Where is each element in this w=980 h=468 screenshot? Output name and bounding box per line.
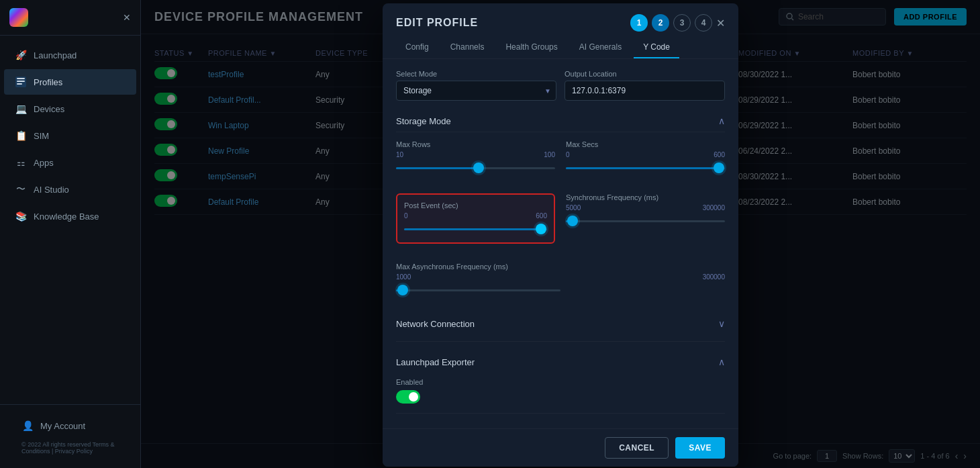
sidebar-item-label: Launchpad	[34, 50, 77, 60]
cancel-button[interactable]: CANCEL	[605, 437, 669, 459]
modal-body: Select Mode Storage ▼ Output Location	[383, 59, 738, 428]
tab-y-code[interactable]: Y Code	[634, 37, 679, 58]
modal-steps: 1 2 3 4 ✕	[630, 14, 725, 32]
sidebar-item-devices[interactable]: 💻 Devices	[4, 96, 136, 122]
svg-rect-3	[17, 83, 22, 85]
modal-title: EDIT PROFILE	[396, 17, 478, 29]
max-secs-label: Max Secs	[566, 140, 598, 148]
slider-row-1: Max Rows 10 100	[396, 140, 725, 184]
sidebar-item-launchpad[interactable]: 🚀 Launchpad	[4, 42, 136, 68]
sidebar-item-apps[interactable]: ⚏ Apps	[4, 150, 136, 175]
network-connection-chevron: ∨	[718, 318, 725, 329]
storage-mode-section[interactable]: Storage Mode ∧	[396, 110, 725, 132]
sidebar-item-sim[interactable]: 📋 SIM	[4, 123, 136, 148]
sidebar-footer: 👤 My Account © 2022 All rights reserved …	[0, 404, 140, 468]
storage-mode-title: Storage Mode	[396, 116, 451, 126]
external-exporter-section: External Exporter ∨	[396, 416, 725, 428]
launchpad-exporter-chevron: ∧	[718, 357, 725, 367]
tab-config[interactable]: Config	[396, 37, 438, 58]
launchpad-exporter-title: Launchpad Exporter	[396, 357, 475, 367]
sidebar-nav: 🚀 Launchpad Profiles 💻 Devices 📋 SIM ⚏ A…	[0, 36, 140, 404]
sidebar-item-ai-studio[interactable]: 〜 AI Studio	[4, 177, 136, 202]
devices-icon: 💻	[15, 103, 27, 115]
my-account-label: My Account	[40, 421, 85, 431]
output-location-group: Output Location	[565, 70, 725, 101]
modal-tabs: Config Channels Health Groups AI General…	[383, 37, 738, 59]
my-account-icon: 👤	[21, 420, 34, 432]
max-async-freq-track[interactable]	[396, 283, 560, 297]
post-event-thumb[interactable]	[536, 224, 546, 234]
max-secs-slider: Max Secs 0 600	[566, 140, 725, 175]
select-mode-select[interactable]: Storage	[396, 81, 556, 101]
step-1[interactable]: 1	[630, 14, 648, 32]
sidebar-item-label: SIM	[34, 131, 49, 141]
sidebar-item-label: Apps	[34, 158, 54, 168]
profiles-icon	[15, 76, 27, 88]
sync-freq-label: Synchronus Frequency (ms)	[566, 193, 658, 201]
launchpad-exporter-header[interactable]: Launchpad Exporter ∧	[396, 351, 725, 373]
step-2[interactable]: 2	[652, 14, 669, 32]
tab-ai-generals[interactable]: AI Generals	[570, 37, 631, 58]
select-mode-label: Select Mode	[396, 70, 556, 78]
sidebar-item-label: Profiles	[34, 77, 62, 87]
svg-rect-1	[17, 78, 25, 79]
svg-rect-2	[17, 81, 25, 82]
max-async-freq-slider: Max Asynchronus Frequency (ms) 1000 3000…	[396, 263, 725, 297]
network-connection-header[interactable]: Network Connection ∨	[396, 313, 725, 334]
max-rows-thumb[interactable]	[473, 162, 484, 173]
max-secs-thumb[interactable]	[714, 162, 724, 173]
sidebar-item-knowledge-base[interactable]: 📚 Knowledge Base	[4, 203, 136, 229]
max-async-freq-label: Max Asynchronus Frequency (ms)	[396, 263, 508, 271]
max-rows-label: Max Rows	[396, 140, 430, 148]
sim-icon: 📋	[15, 130, 27, 142]
sync-freq-slider: Synchronus Frequency (ms) 5000 300000	[566, 193, 725, 244]
tab-channels[interactable]: Channels	[441, 37, 494, 58]
sidebar-item-my-account[interactable]: 👤 My Account	[11, 413, 130, 438]
sidebar: ✕ 🚀 Launchpad Profiles 💻 Devices 📋 SIM ⚏…	[0, 0, 141, 468]
modal-footer: CANCEL SAVE	[383, 428, 738, 467]
storage-mode-chevron: ∧	[718, 115, 725, 126]
modal-close-button[interactable]: ✕	[716, 17, 725, 30]
max-async-freq-thumb[interactable]	[397, 285, 408, 295]
modal-header: EDIT PROFILE 1 2 3 4 ✕	[383, 3, 738, 37]
logo-icon[interactable]	[9, 8, 28, 27]
edit-profile-modal: EDIT PROFILE 1 2 3 4 ✕ Config Channels H…	[383, 3, 738, 467]
enabled-label: Enabled	[396, 378, 725, 386]
launchpad-exporter-toggle[interactable]	[396, 390, 420, 404]
slider-row-2: Post Event (sec) 0 600	[396, 193, 725, 253]
sync-freq-thumb[interactable]	[567, 216, 578, 226]
sidebar-item-label: Knowledge Base	[34, 212, 99, 222]
post-event-track[interactable]	[404, 222, 547, 236]
save-button[interactable]: SAVE	[675, 437, 725, 459]
output-location-input[interactable]	[565, 81, 725, 101]
select-mode-wrapper: Storage ▼	[396, 81, 556, 101]
step-3[interactable]: 3	[673, 14, 691, 32]
sidebar-item-profiles[interactable]: Profiles	[4, 69, 136, 95]
apps-icon: ⚏	[15, 156, 27, 169]
network-connection-section: Network Connection ∨	[396, 306, 725, 342]
sync-freq-track[interactable]	[566, 214, 725, 228]
output-location-label: Output Location	[565, 70, 725, 78]
network-connection-title: Network Connection	[396, 319, 475, 329]
post-event-section: Post Event (sec) 0 600	[396, 193, 555, 244]
copyright-text: © 2022 All rights reserved Terms & Condi…	[11, 438, 130, 460]
sidebar-logo: ✕	[0, 0, 140, 36]
max-rows-track[interactable]	[396, 161, 555, 175]
select-mode-row: Select Mode Storage ▼ Output Location	[396, 70, 725, 101]
ai-studio-icon: 〜	[15, 183, 27, 195]
step-4[interactable]: 4	[695, 14, 712, 32]
external-exporter-header[interactable]: External Exporter ∨	[396, 423, 725, 428]
post-event-label: Post Event (sec)	[404, 201, 458, 209]
max-secs-track[interactable]	[566, 161, 725, 175]
sidebar-close-icon[interactable]: ✕	[123, 12, 131, 23]
launchpad-exporter-section: Launchpad Exporter ∧ Enabled	[396, 344, 725, 414]
max-rows-slider: Max Rows 10 100	[396, 140, 555, 175]
sidebar-item-label: AI Studio	[34, 185, 69, 195]
launchpad-icon: 🚀	[15, 49, 27, 61]
modal-overlay: EDIT PROFILE 1 2 3 4 ✕ Config Channels H…	[141, 0, 980, 468]
launchpad-exporter-content: Enabled	[396, 373, 725, 406]
select-mode-group: Select Mode Storage ▼	[396, 70, 556, 101]
knowledge-base-icon: 📚	[15, 210, 27, 222]
tab-health-groups[interactable]: Health Groups	[496, 37, 567, 58]
main-content: DEVICE PROFILE MANAGEMENT ADD PROFILE ST…	[141, 0, 980, 468]
